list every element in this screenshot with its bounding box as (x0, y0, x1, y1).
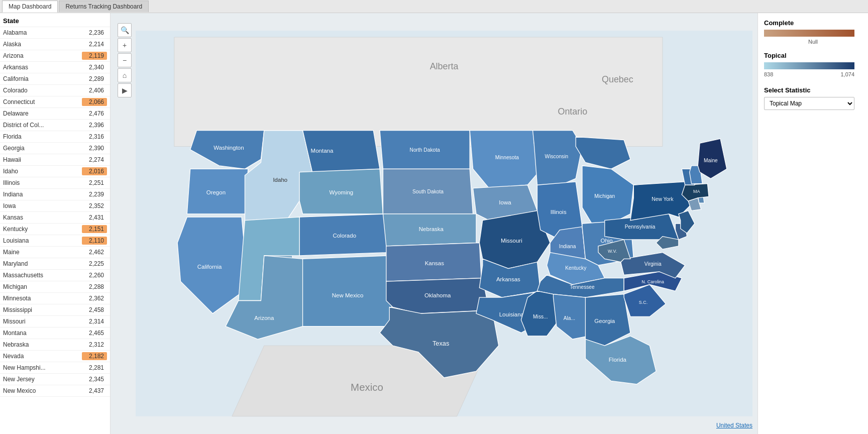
state-name-17: Kentucky (3, 226, 82, 233)
state-name-21: Massachusetts (3, 272, 82, 279)
sidebar-state-row-0[interactable]: Alabama2,236 (0, 27, 110, 39)
state-name-16: Kansas (3, 214, 82, 221)
sidebar-state-row-9[interactable]: Florida2,316 (0, 131, 110, 143)
state-name-31: New Mexico (3, 387, 82, 394)
svg-text:S.C.: S.C. (639, 300, 647, 305)
state-value-6: 2,066 (82, 98, 107, 106)
sidebar-state-row-5[interactable]: Colorado2,406 (0, 85, 110, 96)
sidebar-state-row-18[interactable]: Louisiana2,110 (0, 235, 110, 247)
state-value-3: 2,340 (82, 63, 107, 71)
search-button[interactable]: 🔍 (118, 23, 132, 37)
sidebar-state-row-4[interactable]: California2,289 (0, 73, 110, 85)
state-name-24: Mississippi (3, 306, 82, 313)
sidebar-state-row-7[interactable]: Delaware2,476 (0, 108, 110, 120)
state-name-12: Idaho (3, 168, 82, 175)
sidebar-state-row-17[interactable]: Kentucky2,151 (0, 224, 110, 235)
play-button[interactable]: ▶ (118, 83, 132, 97)
state-value-23: 2,362 (82, 294, 107, 302)
state-name-30: New Jersey (3, 376, 82, 383)
tab-returns-tracking[interactable]: Returns Tracking Dashboard (59, 1, 149, 12)
svg-text:Wisconsin: Wisconsin (545, 154, 569, 159)
sidebar-state-row-1[interactable]: Alaska2,214 (0, 39, 110, 50)
complete-legend-bar (764, 30, 854, 37)
state-value-0: 2,236 (82, 29, 107, 37)
state-name-5: Colorado (3, 87, 82, 94)
sidebar-state-row-10[interactable]: Georgia2,390 (0, 143, 110, 154)
sidebar-state-row-27[interactable]: Nebraska2,312 (0, 339, 110, 351)
state-value-9: 2,316 (82, 133, 107, 141)
svg-text:Ontario: Ontario (558, 106, 587, 117)
state-new-mexico[interactable] (303, 256, 393, 327)
svg-text:Illinois: Illinois (551, 209, 567, 215)
svg-text:New York: New York (652, 196, 674, 202)
state-value-19: 2,462 (82, 248, 107, 256)
sidebar-state-row-13[interactable]: Illinois2,251 (0, 177, 110, 189)
zoom-out-button[interactable]: − (118, 53, 132, 67)
svg-text:Virginia: Virginia (644, 261, 662, 267)
state-value-7: 2,476 (82, 110, 107, 118)
svg-text:Kansas: Kansas (425, 260, 445, 266)
legend-panel: Complete Null Topical 838 1,074 Select S… (757, 13, 868, 434)
sidebar-state-row-8[interactable]: District of Col...2,396 (0, 120, 110, 131)
svg-text:Missouri: Missouri (501, 238, 522, 244)
sidebar-state-row-29[interactable]: New Hampshi...2,281 (0, 362, 110, 374)
sidebar-state-row-30[interactable]: New Jersey2,345 (0, 374, 110, 385)
state-value-16: 2,431 (82, 213, 107, 222)
state-name-23: Minnesota (3, 295, 82, 302)
play-icon: ▶ (122, 86, 128, 94)
sidebar-state-row-14[interactable]: Indiana2,239 (0, 189, 110, 200)
state-value-26: 2,465 (82, 329, 107, 337)
zoom-out-icon: − (123, 56, 127, 64)
state-name-2: Arizona (3, 52, 82, 59)
sidebar-state-row-12[interactable]: Idaho2,016 (0, 166, 110, 177)
topical-min-label: 838 (764, 71, 773, 77)
united-states-link[interactable]: United States (716, 422, 752, 429)
svg-text:South Dakota: South Dakota (412, 189, 444, 194)
tab-map-dashboard[interactable]: Map Dashboard (2, 1, 58, 13)
state-name-15: Iowa (3, 202, 82, 209)
svg-text:Colorado: Colorado (333, 233, 356, 239)
sidebar-state-row-23[interactable]: Minnesota2,362 (0, 293, 110, 304)
zoom-in-icon: + (123, 41, 127, 49)
state-value-13: 2,251 (82, 179, 107, 187)
sidebar-state-row-6[interactable]: Connecticut2,066 (0, 96, 110, 108)
sidebar-state-row-26[interactable]: Montana2,465 (0, 328, 110, 339)
state-value-8: 2,396 (82, 121, 107, 129)
sidebar-state-row-22[interactable]: Michigan2,288 (0, 281, 110, 293)
sidebar-state-row-24[interactable]: Mississippi2,458 (0, 304, 110, 316)
state-value-1: 2,214 (82, 40, 107, 48)
state-name-25: Missouri (3, 318, 82, 325)
sidebar-state-row-25[interactable]: Missouri2,314 (0, 316, 110, 328)
zoom-in-button[interactable]: + (118, 38, 132, 52)
state-name-4: California (3, 75, 82, 82)
sidebar-state-row-2[interactable]: Arizona2,119 (0, 50, 110, 62)
home-button[interactable]: ⌂ (118, 68, 132, 82)
complete-null-label: Null (808, 39, 818, 45)
state-name-22: Michigan (3, 283, 82, 290)
sidebar-state-row-3[interactable]: Arkansas2,340 (0, 62, 110, 73)
sidebar-state-row-20[interactable]: Maryland2,225 (0, 258, 110, 270)
tab-bar: Map Dashboard Returns Tracking Dashboard (0, 0, 868, 13)
svg-text:Washington: Washington (213, 145, 244, 151)
topical-legend-bar (764, 62, 854, 69)
us-map-svg: Alberta Quebec Ontario Mexico United Sta… (136, 28, 752, 419)
svg-text:Miss...: Miss... (533, 314, 548, 319)
state-value-24: 2,458 (82, 306, 107, 314)
sidebar-state-row-15[interactable]: Iowa2,352 (0, 200, 110, 212)
sidebar-state-row-31[interactable]: New Mexico2,437 (0, 385, 110, 397)
svg-text:Oregon: Oregon (206, 189, 226, 195)
select-statistic-dropdown[interactable]: Topical Map Complete Map (764, 97, 854, 110)
state-value-30: 2,345 (82, 375, 107, 383)
svg-text:Maine: Maine (704, 158, 718, 163)
state-name-26: Montana (3, 330, 82, 337)
svg-text:Wyoming: Wyoming (329, 189, 353, 195)
state-value-15: 2,352 (82, 202, 107, 210)
sidebar-state-row-11[interactable]: Hawaii2,274 (0, 154, 110, 166)
sidebar-state-row-28[interactable]: Nevada2,182 (0, 351, 110, 362)
sidebar-state-row-19[interactable]: Maine2,462 (0, 247, 110, 258)
main-content: State Alabama2,236Alaska2,214Arizona2,11… (0, 13, 868, 434)
sidebar-state-row-21[interactable]: Massachusetts2,260 (0, 270, 110, 281)
svg-text:North Dakota: North Dakota (410, 147, 441, 153)
sidebar-state-row-16[interactable]: Kansas2,431 (0, 212, 110, 224)
svg-text:Iowa: Iowa (499, 199, 511, 205)
